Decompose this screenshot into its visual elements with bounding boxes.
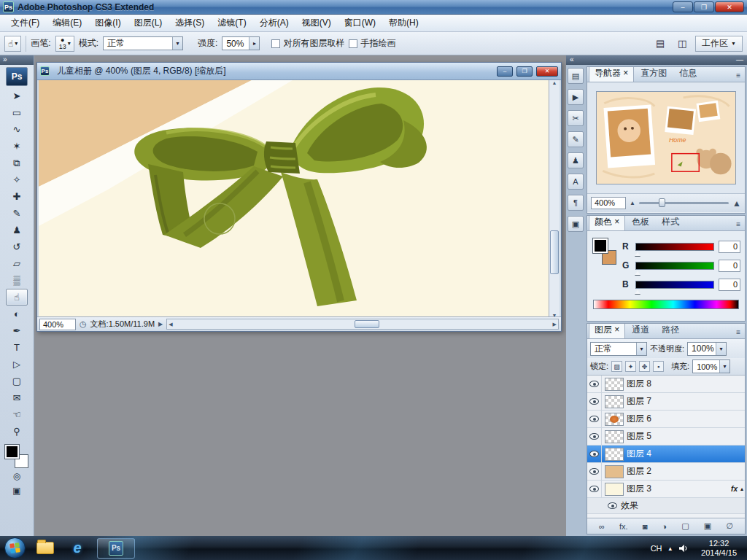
shape-tool[interactable]: ▢ <box>6 373 28 389</box>
color-spectrum-ramp[interactable] <box>593 300 739 309</box>
dodge-tool[interactable]: ◐ <box>6 306 28 322</box>
layer-row[interactable]: 图层 6 <box>587 411 745 428</box>
navigator-preview[interactable]: Home <box>587 82 745 193</box>
visibility-toggle[interactable] <box>587 463 602 480</box>
zoom-field[interactable]: 400% <box>39 319 76 330</box>
red-value-field[interactable]: 0 <box>719 241 740 253</box>
tool-presets-panel-icon[interactable]: ♟ <box>568 152 584 168</box>
current-tool-preset[interactable]: ☝ ▾ <box>4 36 21 52</box>
document-minimize-button[interactable]: – <box>497 66 513 77</box>
toolbar-collapse-button[interactable]: » <box>0 55 34 65</box>
minimize-button[interactable]: – <box>673 1 693 12</box>
layer-row[interactable]: 图层 5 <box>587 428 745 446</box>
layer-row-selected[interactable]: 图层 4 <box>587 446 745 463</box>
clone-stamp-tool[interactable]: ♟ <box>6 222 28 238</box>
crop-tool[interactable]: ⧉ <box>6 155 28 171</box>
effects-row[interactable]: 效果 <box>587 498 745 514</box>
lock-position-icon[interactable]: ✥ <box>639 361 650 372</box>
tab-swatches[interactable]: 色板 <box>626 215 655 230</box>
canvas[interactable] <box>39 80 549 318</box>
visibility-toggle[interactable] <box>587 428 602 445</box>
visibility-toggle[interactable] <box>587 376 602 392</box>
layer-row[interactable]: 图层 2 <box>587 463 745 481</box>
blue-slider[interactable] <box>635 281 714 289</box>
lock-image-icon[interactable]: ✦ <box>625 361 636 372</box>
menu-view[interactable]: 视图(V) <box>295 15 338 31</box>
blue-slider-marker[interactable] <box>635 289 640 294</box>
lock-all-icon[interactable]: ▪ <box>653 361 664 372</box>
menu-edit[interactable]: 编辑(E) <box>46 15 88 31</box>
document-titlebar[interactable]: Ps 儿童相册 @ 400% (图层 4, RGB/8) [缩放后] – ❐ ✕ <box>37 63 561 80</box>
layer-thumbnail[interactable] <box>605 378 624 391</box>
vertical-scrollbar[interactable]: ▲ ▼ <box>549 80 560 318</box>
sample-all-layers-checkbox[interactable]: 对所有图层取样 <box>271 37 344 50</box>
new-group-icon[interactable]: ▢ <box>681 521 689 531</box>
new-layer-icon[interactable]: ▣ <box>704 521 711 531</box>
history-brush-tool[interactable]: ↺ <box>6 238 28 255</box>
red-slider-marker[interactable] <box>635 252 640 256</box>
quick-mask-button[interactable]: ◎ <box>6 469 28 483</box>
show-hidden-icons-button[interactable]: ▴ <box>669 545 673 552</box>
visibility-toggle[interactable] <box>587 411 602 427</box>
red-slider[interactable] <box>635 243 714 251</box>
panel-menu-icon[interactable]: ≡ <box>736 71 743 82</box>
lock-transparency-icon[interactable]: ▨ <box>611 361 622 372</box>
fill-field[interactable]: 100% ▾ <box>692 359 730 373</box>
tab-paths[interactable]: 路径 <box>656 323 685 338</box>
tab-channels[interactable]: 通道 <box>626 323 655 338</box>
zoom-slider-thumb[interactable] <box>659 198 665 207</box>
tab-color[interactable]: 颜色 × <box>589 215 625 230</box>
lasso-tool[interactable]: ∿ <box>6 121 28 138</box>
menu-analysis[interactable]: 分析(A) <box>253 15 295 31</box>
magic-wand-tool[interactable]: ✶ <box>6 138 28 155</box>
horizontal-scrollbar[interactable]: ◀ ▶ <box>166 319 559 330</box>
dock-expand-button[interactable]: « <box>570 55 574 65</box>
pen-tool[interactable]: ✒ <box>6 322 28 339</box>
layer-thumbnail[interactable] <box>605 430 624 443</box>
tab-styles[interactable]: 样式 <box>656 215 685 230</box>
layer-row[interactable]: 图层 8 <box>587 376 745 393</box>
foreground-color-swatch[interactable] <box>593 238 608 253</box>
layer-thumbnail[interactable] <box>605 395 624 408</box>
path-selection-tool[interactable]: ▷ <box>6 356 28 373</box>
blue-value-field[interactable]: 0 <box>719 279 740 291</box>
green-slider[interactable] <box>635 262 714 270</box>
menu-help[interactable]: 帮助(H) <box>382 15 425 31</box>
brushes-panel-icon[interactable]: ✎ <box>568 131 584 147</box>
menu-image[interactable]: 图像(I) <box>88 15 127 31</box>
foreground-color-swatch[interactable] <box>5 445 19 459</box>
layer-style-badge[interactable]: fx <box>731 485 738 493</box>
layer-thumbnail[interactable] <box>605 413 624 426</box>
add-layer-mask-icon[interactable]: ◙ <box>643 522 648 531</box>
hand-tool[interactable]: ☜ <box>6 406 28 423</box>
panel-menu-icon[interactable]: ≡ <box>736 328 743 338</box>
photoshop-logo[interactable]: Ps <box>6 67 28 86</box>
eye-icon[interactable] <box>608 502 617 509</box>
tab-navigator[interactable]: 导航器 × <box>589 66 634 82</box>
marquee-tool[interactable]: ▭ <box>6 104 28 121</box>
menu-file[interactable]: 文件(F) <box>4 15 46 31</box>
notes-tool[interactable]: ✉ <box>6 389 28 406</box>
eyedropper-tool[interactable]: ✧ <box>6 171 28 188</box>
zoom-in-icon[interactable]: ▲ <box>732 198 741 209</box>
blend-mode-dropdown[interactable]: 正常 ▾ <box>590 342 647 356</box>
internet-explorer-button[interactable]: e <box>65 538 90 558</box>
menu-select[interactable]: 选择(S) <box>169 15 211 31</box>
green-value-field[interactable]: 0 <box>719 260 740 272</box>
menu-layer[interactable]: 图层(L) <box>128 15 169 31</box>
status-flyout-icon[interactable]: ▶ <box>158 321 163 327</box>
palette-well-button-2[interactable]: ◫ <box>673 36 691 52</box>
horizontal-scroll-thumb[interactable] <box>355 320 379 328</box>
layer-style-icon[interactable]: fx. <box>619 522 628 531</box>
dock-minimize-icon[interactable]: — <box>736 55 743 65</box>
link-layers-icon[interactable]: ∞ <box>599 522 605 531</box>
layer-thumbnail[interactable] <box>605 448 624 461</box>
brush-picker[interactable]: ●13 ▾ <box>55 36 74 52</box>
close-button[interactable]: ✕ <box>715 1 744 12</box>
zoom-tool[interactable]: ⚲ <box>6 423 28 440</box>
layer-comps-panel-icon[interactable]: ▣ <box>568 216 584 232</box>
document-close-button[interactable]: ✕ <box>536 66 558 77</box>
delete-layer-icon[interactable]: ∅ <box>726 521 733 531</box>
menu-window[interactable]: 窗口(W) <box>338 15 382 31</box>
document-maximize-button[interactable]: ❐ <box>516 66 533 77</box>
